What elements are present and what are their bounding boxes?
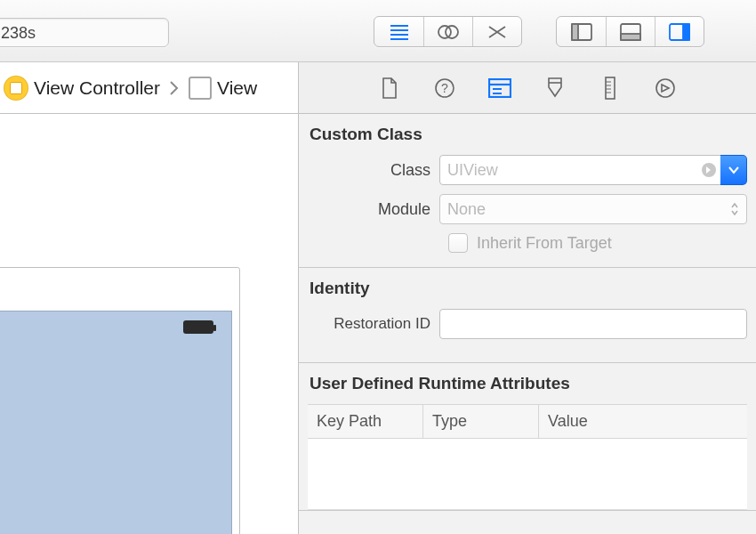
breadcrumb-label: View Controller (34, 77, 160, 99)
class-input[interactable] (439, 155, 725, 185)
section-title: User Defined Runtime Attributes (310, 374, 747, 393)
svg-point-24 (656, 79, 674, 97)
section-custom-class: Custom Class Class Module (299, 114, 756, 268)
section-identity: Identity Restoration ID (299, 268, 756, 363)
version-editor-icon[interactable] (472, 17, 521, 46)
identity-inspector-icon[interactable] (488, 77, 511, 100)
device-canvas[interactable] (0, 267, 240, 534)
assistant-editor-icon[interactable] (423, 17, 472, 46)
svg-point-5 (446, 26, 458, 38)
class-label: Class (308, 161, 439, 180)
section-title: Custom Class (310, 125, 747, 144)
attributes-inspector-icon[interactable] (543, 77, 567, 100)
top-toolbar: 238s (0, 0, 756, 62)
breadcrumb-label: View (217, 77, 257, 99)
section-runtime-attrs: User Defined Runtime Attributes Key Path… (299, 363, 756, 511)
inspector-panel: ? Custom Class Class (299, 62, 756, 534)
svg-rect-9 (621, 34, 640, 40)
right-panel-icon[interactable] (655, 17, 704, 46)
standard-editor-icon[interactable] (374, 17, 423, 46)
chevron-right-icon (167, 80, 181, 96)
svg-rect-11 (683, 24, 689, 40)
restoration-input[interactable] (439, 309, 747, 339)
svg-point-4 (438, 26, 451, 38)
col-keypath[interactable]: Key Path (308, 405, 423, 439)
bottom-panel-icon[interactable] (606, 17, 655, 46)
file-inspector-icon[interactable] (378, 77, 401, 100)
module-value: None (447, 200, 486, 219)
help-inspector-icon[interactable]: ? (433, 77, 456, 100)
search-field[interactable]: 238s (0, 18, 169, 47)
runtime-table-header: Key Path Type Value (308, 404, 747, 439)
device-screen[interactable] (0, 311, 232, 534)
inherit-label: Inherit From Target (477, 234, 612, 253)
col-type[interactable]: Type (423, 405, 539, 439)
view-icon (189, 77, 212, 100)
inspector-tabs: ? (299, 62, 756, 114)
module-label: Module (308, 200, 439, 219)
panel-toggle-segmented[interactable] (556, 16, 704, 47)
restoration-label: Restoration ID (308, 315, 439, 333)
inherit-checkbox[interactable] (448, 233, 468, 253)
breadcrumb: View Controller View (0, 62, 298, 114)
runtime-table-body[interactable] (308, 439, 747, 510)
left-panel-icon[interactable] (557, 17, 606, 46)
breadcrumb-item-view[interactable]: View (185, 75, 261, 101)
canvas-area: View Controller View (0, 62, 299, 534)
connections-inspector-icon[interactable] (654, 77, 677, 100)
module-select[interactable]: None (439, 194, 747, 224)
col-value[interactable]: Value (539, 405, 747, 439)
breadcrumb-item-viewcontroller[interactable]: View Controller (0, 74, 164, 102)
size-inspector-icon[interactable] (599, 77, 622, 100)
updown-icon (730, 203, 739, 215)
svg-rect-7 (572, 24, 578, 40)
svg-rect-19 (606, 77, 615, 99)
editor-mode-segmented[interactable] (374, 16, 522, 47)
section-title: Identity (310, 279, 747, 298)
viewcontroller-icon (4, 76, 28, 101)
battery-icon (183, 320, 213, 334)
class-dropdown-button[interactable] (720, 155, 747, 185)
svg-text:?: ? (441, 81, 448, 95)
